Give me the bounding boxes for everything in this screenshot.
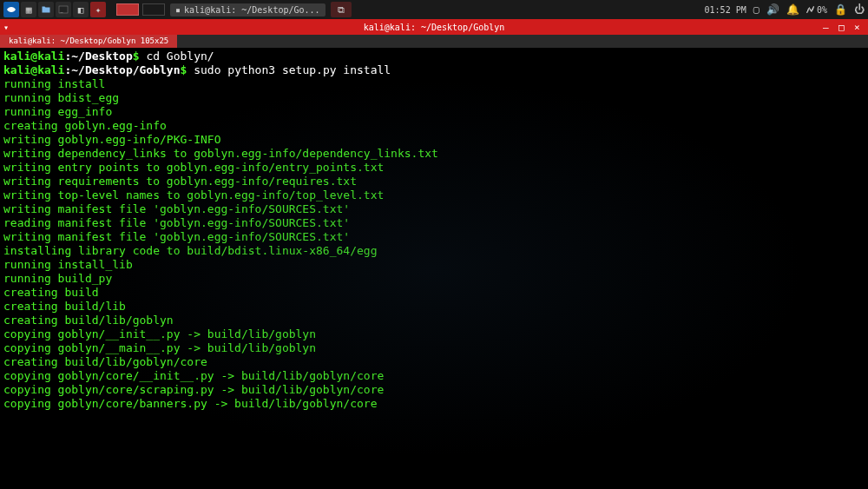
output-line: copying goblyn/core/scraping.py -> build…: [3, 383, 865, 397]
output-line: creating build/lib: [3, 300, 865, 314]
battery-percent: 0%: [817, 5, 827, 15]
workspace-switcher: [116, 3, 165, 16]
terminal-output: running installrunning bdist_eggrunning …: [3, 77, 865, 411]
battery-indicator[interactable]: 🗲 0%: [806, 5, 827, 15]
taskbar: ▦ _ ◧ ✦ ▪ kali@kali: ~/Desktop/Go... ⧉ 0…: [0, 0, 868, 19]
app-icon-1[interactable]: ▦: [21, 2, 36, 17]
app-icon-2[interactable]: ◧: [73, 2, 89, 17]
window-titlebar[interactable]: ▾ kali@kali: ~/Desktop/Goblyn – □ ×: [0, 19, 868, 35]
taskbar-left: ▦ _ ◧ ✦ ▪ kali@kali: ~/Desktop/Go... ⧉: [3, 2, 352, 17]
output-line: running egg_info: [3, 105, 865, 119]
prompt-line-0: kali@kali:~/Desktop$ cd Goblyn/: [3, 50, 865, 63]
prompt-cmd: sudo python3 setup.py install: [194, 63, 391, 76]
window-controls: – □ ×: [823, 22, 865, 32]
output-line: writing manifest file 'goblyn.egg-info/S…: [3, 202, 865, 216]
window-title: kali@kali: ~/Desktop/Goblyn: [364, 23, 505, 32]
output-line: installing library code to build/bdist.l…: [3, 244, 865, 258]
close-button[interactable]: ×: [854, 22, 865, 32]
taskbar-app-terminal[interactable]: ▪ kali@kali: ~/Desktop/Go...: [170, 3, 326, 17]
terminal-tabbar: kali@kali: ~/Desktop/Goblyn 105x25: [0, 35, 868, 48]
lock-icon[interactable]: 🔒: [834, 3, 847, 16]
prompt-user: kali: [3, 63, 30, 76]
maximize-button[interactable]: □: [838, 22, 849, 32]
terminal-icon[interactable]: _: [56, 2, 71, 17]
output-line: writing top-level names to goblyn.egg-in…: [3, 188, 865, 202]
output-line: copying goblyn/__main__.py -> build/lib/…: [3, 341, 865, 355]
power-icon[interactable]: ⏻: [854, 3, 865, 16]
output-line: copying goblyn/core/__init__.py -> build…: [3, 369, 865, 383]
output-line: copying goblyn/core/banners.py -> build/…: [3, 397, 865, 411]
taskbar-app-other[interactable]: ⧉: [331, 2, 352, 17]
at-glyph: @: [30, 63, 37, 76]
clock[interactable]: 01:52 PM: [705, 5, 746, 15]
terminal-small-icon: ▪: [175, 5, 181, 15]
battery-icon: 🗲: [806, 5, 815, 15]
minimize-button[interactable]: –: [823, 22, 833, 32]
titlebar-menu-icon[interactable]: ▾: [3, 23, 9, 32]
output-line: writing dependency_links to goblyn.egg-i…: [3, 147, 865, 161]
prompt-line-1: kali@kali:~/Desktop/Goblyn$ sudo python3…: [3, 63, 865, 77]
output-line: reading manifest file 'goblyn.egg-info/S…: [3, 216, 865, 230]
prompt-host: kali: [37, 63, 64, 76]
prompt-path: ~/Desktop: [71, 50, 132, 63]
output-line: running install_lib: [3, 258, 865, 272]
prompt-host: kali: [37, 50, 64, 63]
output-line: running install: [3, 77, 865, 91]
dollar-glyph: $: [181, 63, 194, 76]
taskbar-right: 01:52 PM ▢ 🔊 🔔 🗲 0% 🔒 ⏻: [705, 3, 865, 16]
files-icon[interactable]: [38, 2, 54, 17]
output-line: creating build: [3, 286, 865, 300]
output-line: running build_py: [3, 272, 865, 286]
volume-icon[interactable]: 🔊: [766, 3, 779, 16]
output-line: running bdist_egg: [3, 91, 865, 105]
workspace-2[interactable]: [142, 3, 165, 16]
output-line: creating goblyn.egg-info: [3, 119, 865, 133]
app-icon-3[interactable]: ✦: [90, 2, 106, 17]
output-line: writing manifest file 'goblyn.egg-info/S…: [3, 230, 865, 244]
output-line: writing requirements to goblyn.egg-info/…: [3, 175, 865, 188]
terminal-tab[interactable]: kali@kali: ~/Desktop/Goblyn 105x25: [0, 35, 177, 48]
notification-icon[interactable]: 🔔: [786, 3, 799, 16]
terminal-body[interactable]: kali@kali:~/Desktop$ cd Goblyn/kali@kali…: [0, 48, 868, 489]
output-line: copying goblyn/__init__.py -> build/lib/…: [3, 327, 865, 341]
output-line: writing goblyn.egg-info/PKG-INFO: [3, 133, 865, 147]
workspace-1[interactable]: [116, 3, 139, 16]
output-line: creating build/lib/goblyn/core: [3, 355, 865, 369]
prompt-cmd: cd Goblyn/: [146, 50, 214, 63]
screen-icon[interactable]: ▢: [753, 3, 760, 16]
dollar-glyph: $: [133, 50, 147, 63]
output-line: writing entry points to goblyn.egg-info/…: [3, 161, 865, 175]
prompt-path: ~/Desktop/Goblyn: [71, 63, 180, 76]
prompt-user: kali: [3, 50, 30, 63]
kali-menu-icon[interactable]: [3, 2, 19, 17]
taskbar-app-label: kali@kali: ~/Desktop/Go...: [184, 5, 320, 15]
output-line: creating build/lib/goblyn: [3, 314, 865, 327]
at-glyph: @: [30, 50, 37, 63]
